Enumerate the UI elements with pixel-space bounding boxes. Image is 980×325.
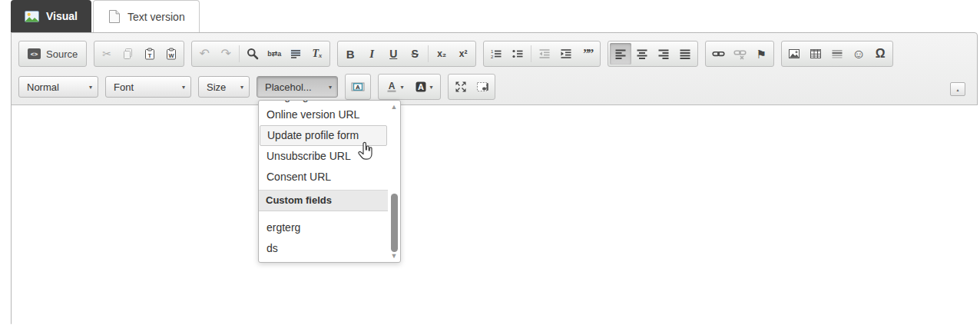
text-color-button[interactable]: A ▾ <box>380 76 409 98</box>
strikethrough-button[interactable]: S <box>404 43 425 65</box>
separator <box>239 45 240 62</box>
cut-icon: ✂ <box>102 48 111 59</box>
smiley-button[interactable]: ☺ <box>848 43 869 65</box>
tab-visual-label: Visual <box>46 10 78 22</box>
group-insert: ☺ Ω <box>781 41 893 67</box>
maximize-button[interactable] <box>450 76 472 98</box>
source-icon: <> <box>28 48 41 59</box>
document-icon <box>108 9 121 24</box>
copy-button[interactable] <box>118 43 139 65</box>
undo-button[interactable]: ↶ <box>194 43 215 65</box>
insert-placeholder-button[interactable]: A <box>347 76 369 98</box>
replace-button[interactable]: b⇄a <box>263 43 285 65</box>
group-clipboard: ✂ T W <box>94 41 184 67</box>
font-combo[interactable]: Font ▾ <box>105 76 191 98</box>
superscript-icon: x² <box>459 49 468 58</box>
insert-table-button[interactable] <box>805 43 826 65</box>
table-icon <box>809 48 822 60</box>
blockquote-icon: ”” <box>583 48 592 60</box>
email-editor-page: { "tabs": [ {"label": "Visual"}, {"label… <box>0 0 980 325</box>
align-right-icon <box>657 48 670 60</box>
link-button[interactable] <box>707 43 729 65</box>
placeholder-combo-value: Placehol... <box>265 81 312 93</box>
toolbar-row-2: Normal ▾ Font ▾ Size ▾ Placehol... ▾ A A… <box>18 74 495 100</box>
tab-text-version[interactable]: Text version <box>93 0 200 32</box>
picture-icon <box>25 11 39 22</box>
source-label: Source <box>46 48 78 60</box>
bulleted-list-button[interactable] <box>507 43 528 65</box>
paste-text-icon: T <box>144 48 156 60</box>
paste-text-button[interactable]: T <box>139 43 161 65</box>
remove-format-button[interactable]: Tₓ <box>306 43 328 65</box>
unlink-icon <box>733 48 747 60</box>
scroll-up-icon[interactable]: ▲ <box>389 103 399 111</box>
align-right-button[interactable] <box>653 43 674 65</box>
svg-text:A: A <box>356 84 360 91</box>
superscript-button[interactable]: x² <box>452 43 474 65</box>
menu-item-online-version-url[interactable]: Online version URL <box>260 104 387 125</box>
svg-text:1: 1 <box>491 49 494 54</box>
editor-content-area[interactable] <box>12 104 978 325</box>
subscript-button[interactable]: x₂ <box>431 43 452 65</box>
size-combo[interactable]: Size ▾ <box>198 76 250 98</box>
special-char-button[interactable]: Ω <box>869 43 891 65</box>
anchor-button[interactable]: ⚑ <box>750 43 772 65</box>
numbered-list-button[interactable]: 12 <box>485 43 507 65</box>
show-blocks-button[interactable] <box>472 76 493 98</box>
image-icon <box>788 48 800 60</box>
collapse-toolbar-button[interactable]: ▴ <box>950 82 965 96</box>
redo-button[interactable]: ↷ <box>215 43 237 65</box>
menu-item-ds[interactable]: ds <box>260 238 387 259</box>
select-all-button[interactable] <box>285 43 306 65</box>
text-color-icon: A <box>386 81 398 93</box>
chevron-down-icon: ▾ <box>89 84 92 91</box>
chevron-down-icon: ▾ <box>182 84 185 91</box>
background-color-icon: A <box>415 81 427 93</box>
horizontal-rule-button[interactable] <box>826 43 848 65</box>
link-icon <box>712 48 725 60</box>
align-left-button[interactable] <box>610 43 631 65</box>
group-mode: <> Source <box>18 41 87 67</box>
menu-item-unsubscribe-url[interactable]: Unsubscribe URL <box>260 146 387 167</box>
align-center-icon <box>636 48 648 60</box>
scrollbar-thumb[interactable] <box>391 194 398 252</box>
smiley-icon: ☺ <box>853 48 866 61</box>
source-button[interactable]: <> Source <box>21 43 84 65</box>
align-justify-button[interactable] <box>674 43 696 65</box>
unlink-button[interactable] <box>729 43 750 65</box>
underline-button[interactable]: U <box>382 43 404 65</box>
paste-word-button[interactable]: W <box>161 43 182 65</box>
placeholder-combo[interactable]: Placehol... ▾ <box>257 76 338 98</box>
scroll-down-icon[interactable]: ▼ <box>389 252 399 260</box>
bold-button[interactable]: B <box>339 43 361 65</box>
menu-item-ergterg[interactable]: ergterg <box>260 217 387 238</box>
remove-format-icon: Tₓ <box>313 48 323 59</box>
background-color-button[interactable]: A ▾ <box>409 76 439 98</box>
italic-button[interactable]: I <box>361 43 382 65</box>
show-blocks-icon <box>476 81 489 93</box>
align-center-button[interactable] <box>631 43 653 65</box>
flag-icon: ⚑ <box>756 48 766 60</box>
redo-icon: ↷ <box>221 48 231 60</box>
subscript-icon: x₂ <box>437 49 446 58</box>
find-button[interactable] <box>242 43 263 65</box>
insert-image-button[interactable] <box>783 43 805 65</box>
select-all-icon <box>290 48 302 60</box>
omega-icon: Ω <box>876 48 886 60</box>
search-icon <box>247 48 259 60</box>
tab-visual[interactable]: Visual <box>11 0 91 32</box>
menu-item-consent-url[interactable]: Consent URL <box>260 167 387 187</box>
format-combo[interactable]: Normal ▾ <box>18 76 98 98</box>
blockquote-button[interactable]: ”” <box>577 43 598 65</box>
underline-icon: U <box>389 48 397 59</box>
cut-button[interactable]: ✂ <box>96 43 118 65</box>
group-placeholder-insert: A <box>345 74 371 100</box>
indent-button[interactable] <box>555 43 577 65</box>
menu-item-update-profile-form[interactable]: Update profile form <box>260 125 387 146</box>
horizontal-rule-icon <box>831 48 843 60</box>
outdent-button[interactable] <box>534 43 555 65</box>
tab-text-version-label: Text version <box>127 11 185 23</box>
align-left-icon <box>614 48 627 60</box>
svg-text:2: 2 <box>491 55 494 59</box>
undo-icon: ↶ <box>200 48 210 60</box>
